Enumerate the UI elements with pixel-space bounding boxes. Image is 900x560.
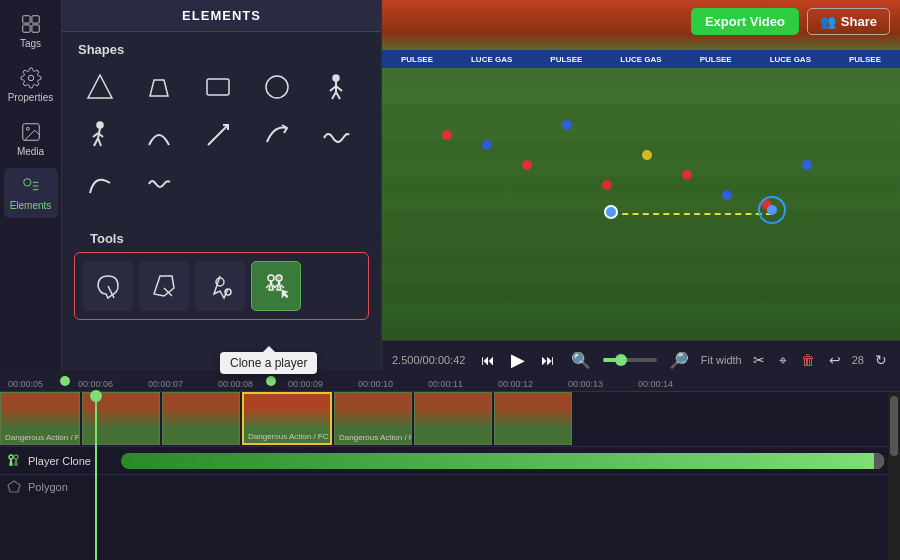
svg-point-18	[97, 122, 103, 128]
share-button[interactable]: 👥 Share	[807, 8, 890, 35]
clip-track: Dangerous Action / FC YouCoach 0 - Test …	[0, 392, 900, 446]
clip-segment-5[interactable]	[414, 392, 492, 445]
crop-tool-button[interactable]: ✂	[750, 350, 768, 370]
playback-slider[interactable]	[603, 358, 656, 362]
svg-point-37	[14, 455, 18, 459]
skip-back-button[interactable]: ⏮	[477, 350, 499, 370]
time-display: 2.500/00:00:42	[392, 354, 465, 366]
left-sidebar: Tags Properties Media Elements	[0, 0, 62, 370]
redo-button[interactable]: ↻	[872, 350, 890, 370]
clip-segment-4[interactable]: Dangerous Action / FC YouCoach 0 - Test …	[334, 392, 412, 445]
svg-point-33	[276, 275, 282, 281]
shapes-grid	[62, 63, 381, 213]
player-clone-bar[interactable]	[121, 453, 884, 469]
green-marker-2	[266, 376, 276, 386]
timeline-scrollbar[interactable]	[888, 392, 900, 560]
share-icon: 👥	[820, 14, 836, 29]
player-clone-icon	[6, 453, 22, 469]
tags-icon	[20, 13, 42, 35]
svg-line-31	[266, 285, 269, 288]
clip-segment-1[interactable]: Dangerous Action / FC YouCoach 0 - Test …	[0, 392, 80, 445]
ad-board: PULSEELUCE GASPULSEELUCE GASPULSEELUCE G…	[382, 50, 900, 68]
undo-count: 28	[852, 354, 864, 366]
tools-section: Tools	[62, 213, 381, 320]
shape-squiggle[interactable]	[314, 115, 358, 155]
svg-point-4	[28, 75, 34, 81]
clip-label-4: Dangerous Action / FC YouCoach 0 - Test …	[339, 433, 412, 442]
shape-trapezoid[interactable]	[137, 67, 181, 107]
svg-point-7	[23, 179, 30, 186]
ruler-mark-1: 00:00:06	[78, 379, 113, 389]
svg-marker-9	[150, 80, 168, 96]
delete-button[interactable]: 🗑	[798, 350, 818, 370]
svg-point-30	[268, 275, 274, 281]
svg-rect-2	[22, 25, 29, 32]
zoom-in-button[interactable]: 🔎	[665, 349, 693, 372]
shape-rectangle[interactable]	[196, 67, 240, 107]
timeline-ruler: 00:00:05 00:00:06 00:00:07 00:00:08 00:0…	[0, 370, 900, 392]
point-select-tool[interactable]	[195, 261, 245, 311]
clone-player-tool[interactable]	[251, 261, 301, 311]
svg-point-12	[333, 75, 339, 81]
polygon-select-tool[interactable]	[139, 261, 189, 311]
svg-line-24	[208, 125, 228, 145]
shape-arc[interactable]	[137, 115, 181, 155]
lasso-select-tool[interactable]	[83, 261, 133, 311]
svg-line-17	[336, 92, 340, 99]
undo-button[interactable]: ↩	[826, 350, 844, 370]
shape-arrow-curve[interactable]	[255, 115, 299, 155]
ruler-mark-5: 00:00:10	[358, 379, 393, 389]
clone-player-tooltip: Clone a player	[220, 352, 317, 374]
clip-label-1: Dangerous Action / FC YouCoach 0 - Test …	[5, 433, 80, 442]
split-button[interactable]: ⌖	[776, 350, 790, 371]
sidebar-item-properties[interactable]: Properties	[4, 60, 58, 110]
svg-point-11	[266, 76, 288, 98]
clip-segment-highlighted[interactable]: Dangerous Action / FC YouCoach 0 - Test …	[242, 392, 332, 445]
polygon-row: Polygon	[0, 475, 900, 499]
ruler-mark-2: 00:00:07	[148, 379, 183, 389]
skip-forward-button[interactable]: ⏭	[537, 350, 559, 370]
clip-segment-2[interactable]	[82, 392, 160, 445]
video-background: PULSEELUCE GASPULSEELUCE GASPULSEELUCE G…	[382, 0, 900, 340]
field-lines	[382, 68, 900, 338]
tools-label: Tools	[74, 221, 369, 252]
shape-curve-path[interactable]	[78, 163, 122, 203]
shapes-label: Shapes	[62, 32, 381, 63]
svg-marker-8	[88, 75, 112, 98]
sidebar-item-media[interactable]: Media	[4, 114, 58, 164]
zoom-out-button[interactable]: 🔍	[567, 349, 595, 372]
shape-triangle[interactable]	[78, 67, 122, 107]
svg-rect-10	[207, 79, 229, 95]
clip-segment-6[interactable]	[494, 392, 572, 445]
ruler-mark-8: 00:00:13	[568, 379, 603, 389]
clip-segment-3[interactable]	[162, 392, 240, 445]
shape-arrow-diagonal[interactable]	[196, 115, 240, 155]
shape-squiggle-small[interactable]	[137, 163, 181, 203]
ruler-mark-0: 00:00:05	[8, 379, 43, 389]
polygon-track-icon	[4, 477, 24, 497]
svg-line-23	[98, 138, 101, 146]
svg-rect-1	[31, 16, 38, 23]
ruler-mark-9: 00:00:14	[638, 379, 673, 389]
export-video-button[interactable]: Export Video	[691, 8, 799, 35]
timeline-tracks: Dangerous Action / FC YouCoach 0 - Test …	[0, 392, 900, 560]
properties-icon	[20, 67, 42, 89]
scrollbar-thumb[interactable]	[890, 396, 898, 456]
shape-person-standing[interactable]	[314, 67, 358, 107]
green-marker-1	[60, 376, 70, 386]
svg-point-36	[9, 455, 13, 459]
svg-line-34	[274, 285, 277, 288]
ruler-mark-7: 00:00:12	[498, 379, 533, 389]
sidebar-item-tags[interactable]: Tags	[4, 6, 58, 56]
media-icon	[20, 121, 42, 143]
player-clone-row: Player Clone	[0, 447, 900, 475]
shape-person-walking[interactable]	[78, 115, 122, 155]
tools-grid	[83, 261, 360, 311]
svg-rect-0	[22, 16, 29, 23]
svg-line-16	[332, 92, 336, 99]
sidebar-item-elements[interactable]: Elements	[4, 168, 58, 218]
shape-circle[interactable]	[255, 67, 299, 107]
svg-marker-38	[8, 481, 20, 492]
fit-width-button[interactable]: Fit width	[701, 354, 742, 366]
polygon-icon	[7, 480, 21, 494]
